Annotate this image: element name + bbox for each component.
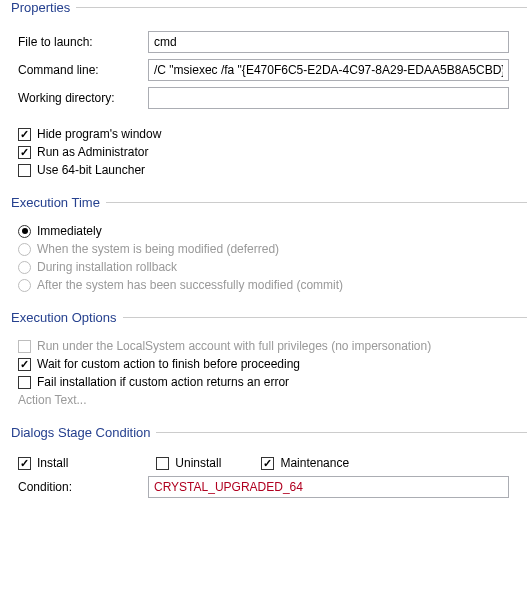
localsystem-label: Run under the LocalSystem account with f… (37, 339, 431, 353)
maintenance-label: Maintenance (280, 456, 349, 470)
wait-row[interactable]: Wait for custom action to finish before … (18, 357, 509, 371)
wait-label: Wait for custom action to finish before … (37, 357, 300, 371)
hide-window-checkbox[interactable] (18, 128, 31, 141)
deferred-label: When the system is being modified (defer… (37, 242, 279, 256)
run-as-admin-label: Run as Administrator (37, 145, 148, 159)
wait-checkbox[interactable] (18, 358, 31, 371)
commit-radio (18, 279, 31, 292)
command-line-input[interactable] (148, 59, 509, 81)
execution-options-section: Execution Options Run under the LocalSys… (0, 310, 527, 425)
fail-checkbox[interactable] (18, 376, 31, 389)
hide-window-row[interactable]: Hide program's window (18, 127, 509, 141)
condition-input[interactable] (148, 476, 509, 498)
execution-options-legend: Execution Options (0, 310, 123, 325)
install-row[interactable]: Install (18, 456, 68, 470)
properties-legend: Properties (0, 0, 76, 15)
install-checkbox[interactable] (18, 457, 31, 470)
install-label: Install (37, 456, 68, 470)
commit-label: After the system has been successfully m… (37, 278, 343, 292)
maintenance-checkbox[interactable] (261, 457, 274, 470)
rollback-label: During installation rollback (37, 260, 177, 274)
dialogs-stage-section: Dialogs Stage Condition Install Uninstal… (0, 425, 527, 518)
localsystem-checkbox (18, 340, 31, 353)
immediately-radio[interactable] (18, 225, 31, 238)
rollback-radio (18, 261, 31, 274)
working-directory-label: Working directory: (18, 91, 148, 105)
localsystem-row: Run under the LocalSystem account with f… (18, 339, 509, 353)
action-text-link[interactable]: Action Text... (18, 393, 86, 407)
file-to-launch-label: File to launch: (18, 35, 148, 49)
fail-label: Fail installation if custom action retur… (37, 375, 289, 389)
use-64bit-checkbox[interactable] (18, 164, 31, 177)
run-as-admin-row[interactable]: Run as Administrator (18, 145, 509, 159)
uninstall-row[interactable]: Uninstall (156, 456, 221, 470)
deferred-row: When the system is being modified (defer… (18, 242, 509, 256)
stage-checks-row: Install Uninstall Maintenance (18, 456, 509, 470)
execution-time-legend: Execution Time (0, 195, 106, 210)
condition-label: Condition: (18, 480, 148, 494)
action-text-row[interactable]: Action Text... (18, 393, 509, 407)
use-64bit-row[interactable]: Use 64-bit Launcher (18, 163, 509, 177)
execution-time-section: Execution Time Immediately When the syst… (0, 195, 527, 310)
working-directory-input[interactable] (148, 87, 509, 109)
uninstall-label: Uninstall (175, 456, 221, 470)
uninstall-checkbox[interactable] (156, 457, 169, 470)
properties-section: Properties File to launch: Command line:… (0, 0, 527, 195)
file-to-launch-input[interactable] (148, 31, 509, 53)
run-as-admin-checkbox[interactable] (18, 146, 31, 159)
command-line-label: Command line: (18, 63, 148, 77)
fail-row[interactable]: Fail installation if custom action retur… (18, 375, 509, 389)
commit-row: After the system has been successfully m… (18, 278, 509, 292)
condition-row: Condition: (18, 476, 509, 498)
dialogs-stage-legend: Dialogs Stage Condition (0, 425, 156, 440)
rollback-row: During installation rollback (18, 260, 509, 274)
file-to-launch-row: File to launch: (18, 31, 509, 53)
hide-window-label: Hide program's window (37, 127, 161, 141)
working-directory-row: Working directory: (18, 87, 509, 109)
maintenance-row[interactable]: Maintenance (261, 456, 349, 470)
use-64bit-label: Use 64-bit Launcher (37, 163, 145, 177)
immediately-label: Immediately (37, 224, 102, 238)
command-line-row: Command line: (18, 59, 509, 81)
immediately-row[interactable]: Immediately (18, 224, 509, 238)
deferred-radio (18, 243, 31, 256)
